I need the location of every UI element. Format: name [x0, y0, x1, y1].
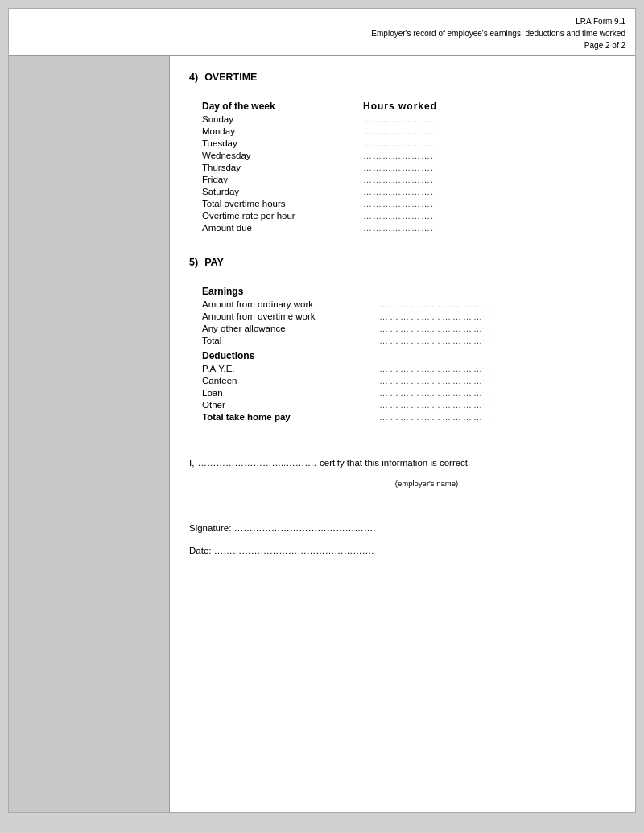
content-area: 4) OVERTIME Day of the week Hours worked… — [170, 56, 635, 812]
overtime-section-header: 4) OVERTIME — [189, 72, 616, 91]
value-total-overtime-hours: …………………. — [363, 199, 434, 208]
pay-row-paye: P.A.Y.E. ………………………….. — [202, 364, 616, 373]
overtime-row-saturday: Saturday …………………. — [202, 187, 616, 196]
earnings-header: Earnings — [202, 286, 616, 297]
pay-row-canteen: Canteen ………………………….. — [202, 376, 616, 386]
pay-row-overtime: Amount from overtime work ………………………….. — [202, 311, 616, 321]
pay-section: Earnings Amount from ordinary work ……………… — [202, 286, 616, 422]
pay-row-other: Other ………………………….. — [202, 400, 616, 410]
signature-label: Signature: — [189, 523, 231, 533]
pay-section-header: 5) PAY — [189, 257, 616, 276]
signature-line: Signature: ………………………………………. — [189, 523, 616, 533]
pay-row-total-earnings: Total ………………………….. — [202, 336, 616, 345]
deductions-header: Deductions — [202, 350, 616, 361]
overtime-row-friday: Friday …………………. — [202, 175, 616, 184]
label-total-earnings: Total — [202, 336, 379, 345]
hours-monday: …………………. — [363, 126, 434, 136]
main-layout: 4) OVERTIME Day of the week Hours worked… — [9, 55, 635, 812]
value-loan: ………………………….. — [379, 388, 492, 398]
value-overtime-rate: …………………. — [363, 211, 434, 221]
label-allowance: Any other allowance — [202, 324, 379, 333]
col-day-header: Day of the week — [202, 101, 363, 112]
day-monday: Monday — [202, 126, 363, 136]
day-saturday: Saturday — [202, 187, 363, 196]
overtime-section-title: OVERTIME — [204, 72, 257, 83]
value-total-take-home: ………………………….. — [379, 412, 492, 422]
label-ordinary-work: Amount from ordinary work — [202, 299, 379, 309]
date-dots: ……………………………………………. — [214, 546, 374, 555]
value-ordinary-work: ………………………….. — [379, 299, 492, 309]
overtime-row-total-hours: Total overtime hours …………………. — [202, 199, 616, 208]
page-wrapper: LRA Form 9.1 Employer's record of employ… — [8, 8, 636, 813]
overtime-header-row: Day of the week Hours worked — [202, 101, 616, 112]
value-total-earnings: ………………………….. — [379, 336, 492, 345]
overtime-section-number: 4) — [189, 72, 198, 91]
employer-name-label: (employer's name) — [237, 476, 616, 491]
label-amount-due: Amount due — [202, 223, 363, 233]
left-sidebar — [9, 56, 170, 812]
overtime-row-sunday: Sunday …………………. — [202, 114, 616, 124]
hours-wednesday: …………………. — [363, 151, 434, 160]
label-other: Other — [202, 400, 379, 410]
pay-row-loan: Loan ………………………….. — [202, 388, 616, 398]
value-paye: ………………………….. — [379, 364, 492, 373]
certify-line: I, ………………………..………. certify that this inf… — [189, 454, 616, 472]
certify-prefix: I, — [189, 454, 194, 472]
pay-section-title: PAY — [204, 257, 224, 268]
label-overtime-rate: Overtime rate per hour — [202, 211, 363, 221]
pay-section-number: 5) — [189, 257, 198, 276]
day-friday: Friday — [202, 175, 363, 184]
page-header: LRA Form 9.1 Employer's record of employ… — [9, 9, 635, 55]
form-name: LRA Form 9.1 — [19, 15, 625, 27]
certify-section: I, ………………………..………. certify that this inf… — [189, 454, 616, 491]
form-desc: Employer's record of employee's earnings… — [19, 27, 625, 39]
day-thursday: Thursday — [202, 163, 363, 172]
overtime-row-wednesday: Wednesday …………………. — [202, 151, 616, 160]
value-overtime-work: ………………………….. — [379, 311, 492, 321]
label-paye: P.A.Y.E. — [202, 364, 379, 373]
overtime-table: Day of the week Hours worked Sunday …………… — [202, 101, 616, 233]
hours-friday: …………………. — [363, 175, 434, 184]
page-info: Page 2 of 2 — [19, 39, 625, 52]
date-label: Date: — [189, 546, 212, 555]
label-total-overtime-hours: Total overtime hours — [202, 199, 363, 208]
overtime-row-rate: Overtime rate per hour …………………. — [202, 211, 616, 221]
value-allowance: ………………………….. — [379, 324, 492, 333]
hours-tuesday: …………………. — [363, 138, 434, 148]
label-canteen: Canteen — [202, 376, 379, 386]
overtime-row-amount-due: Amount due …………………. — [202, 223, 616, 233]
overtime-row-thursday: Thursday …………………. — [202, 163, 616, 172]
pay-row-allowance: Any other allowance ………………………….. — [202, 324, 616, 333]
hours-sunday: …………………. — [363, 114, 434, 124]
day-wednesday: Wednesday — [202, 151, 363, 160]
day-tuesday: Tuesday — [202, 138, 363, 148]
col-hours-header: Hours worked — [363, 101, 437, 112]
overtime-row-tuesday: Tuesday …………………. — [202, 138, 616, 148]
overtime-row-monday: Monday …………………. — [202, 126, 616, 136]
signature-section: Signature: ………………………………………. Date: ………………… — [189, 523, 616, 555]
pay-row-ordinary: Amount from ordinary work ………………………….. — [202, 299, 616, 309]
label-loan: Loan — [202, 388, 379, 398]
date-line: Date: ……………………………………………. — [189, 546, 616, 555]
label-total-take-home: Total take home pay — [202, 412, 379, 422]
value-other: ………………………….. — [379, 400, 492, 410]
certify-suffix: certify that this information is correct… — [320, 454, 470, 472]
hours-thursday: …………………. — [363, 163, 434, 172]
pay-row-total-take-home: Total take home pay ………………………….. — [202, 412, 616, 422]
value-amount-due: …………………. — [363, 223, 434, 233]
day-sunday: Sunday — [202, 114, 363, 124]
signature-dots: ………………………………………. — [234, 523, 376, 533]
certify-dots-name: ………………………..………. — [197, 454, 316, 472]
label-overtime-work: Amount from overtime work — [202, 311, 379, 321]
value-canteen: ………………………….. — [379, 376, 492, 386]
hours-saturday: …………………. — [363, 187, 434, 196]
